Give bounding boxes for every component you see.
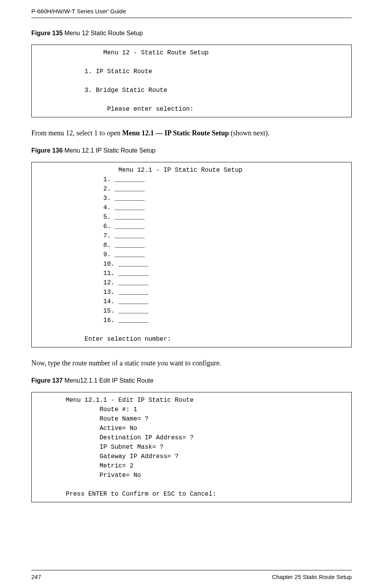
page-content: Figure 135 Menu 12 Static Route Setup Me… — [0, 30, 383, 502]
figure-135-number: Figure 135 — [31, 30, 63, 36]
footer: 247 Chapter 25 Static Route Setup — [31, 570, 352, 580]
paragraph-1-before: From menu 12, select 1 to open — [31, 129, 122, 137]
header-guide-title: P-660H/HW/W-T Series User' Guide — [0, 0, 383, 18]
paragraph-1-after: (shown next). — [229, 129, 269, 137]
figure-136-title: Menu 12.1 IP Static Route Setup — [63, 147, 155, 154]
figure-137-box: Menu 12.1.1 - Edit IP Static Route Route… — [31, 392, 352, 502]
footer-divider — [31, 570, 352, 570]
figure-137-label: Figure 137 Menu12.1.1 Edit IP Static Rou… — [31, 377, 352, 384]
page-number: 247 — [31, 574, 41, 580]
paragraph-2-text: Now, type the route number of a static r… — [31, 359, 221, 367]
figure-135-title: Menu 12 Static Route Setup — [63, 30, 143, 36]
figure-136-label: Figure 136 Menu 12.1 IP Static Route Set… — [31, 147, 352, 154]
figure-137-number: Figure 137 — [31, 377, 63, 384]
paragraph-2: Now, type the route number of a static r… — [31, 359, 352, 367]
figure-137-title: Menu12.1.1 Edit IP Static Route — [63, 377, 154, 384]
paragraph-1: From menu 12, select 1 to open Menu 12.1… — [31, 129, 352, 137]
figure-136-box: Menu 12.1 - IP Static Route Setup 1. ___… — [31, 162, 352, 347]
paragraph-1-bold: Menu 12.1 — IP Static Route Setup — [122, 129, 229, 137]
header-divider — [31, 18, 352, 18]
figure-136-number: Figure 136 — [31, 147, 63, 154]
figure-135-box: Menu 12 - Static Route Setup 1. IP Stati… — [31, 45, 352, 117]
figure-135-label: Figure 135 Menu 12 Static Route Setup — [31, 30, 352, 37]
footer-content: 247 Chapter 25 Static Route Setup — [31, 574, 352, 580]
chapter-label: Chapter 25 Static Route Setup — [272, 574, 352, 580]
